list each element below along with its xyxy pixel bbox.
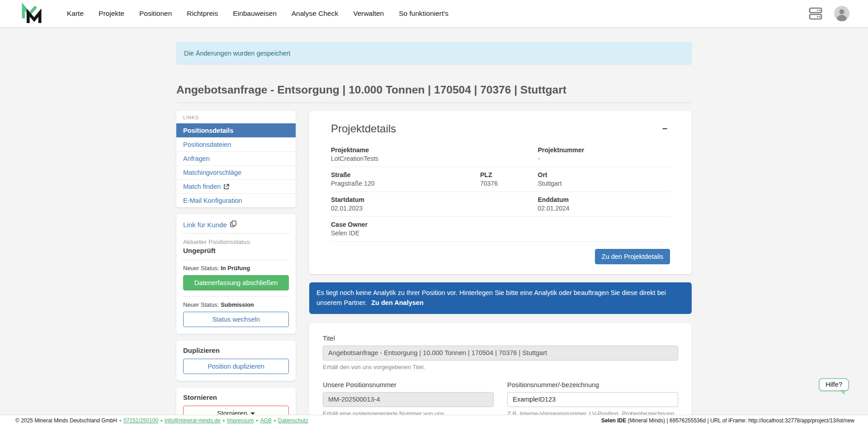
footer-separator: • bbox=[256, 417, 258, 424]
project-row-name: Projektname LotCreationTests Projektnumm… bbox=[331, 142, 670, 167]
custom-number-group: Positionsnummer/-bezeichnung Z.B. Intern… bbox=[507, 381, 678, 417]
nav-item-karte[interactable]: Karte bbox=[67, 9, 84, 18]
sidebar-item-positionsdetails[interactable]: Positionsdetails bbox=[176, 123, 296, 137]
customer-link-label: Link für Kunde bbox=[183, 221, 227, 229]
new-status-prefix: Neuer Status: bbox=[183, 265, 219, 272]
top-navigation-bar: Karte Projekte Positionen Richtpreis Ein… bbox=[0, 0, 868, 28]
status-card: Link für Kunde Aktueller Positionsstatus… bbox=[176, 214, 296, 334]
footer-separator: • bbox=[274, 417, 276, 424]
links-card-header: LINKS bbox=[176, 111, 296, 123]
sidebar-item-label: E-Mail Konfiguration bbox=[183, 197, 242, 204]
sidebar-item-label: Matchingvorschläge bbox=[183, 169, 241, 176]
user-avatar-icon[interactable] bbox=[834, 5, 850, 22]
copy-icon bbox=[230, 220, 236, 229]
new-status-prefix: Neuer Status: bbox=[183, 301, 219, 308]
help-button[interactable]: Hilfe? bbox=[819, 378, 849, 391]
field-value: 02.01.2024 bbox=[538, 205, 670, 212]
footer-user-name: Selen IDE bbox=[601, 417, 626, 424]
field-label: Straße bbox=[331, 171, 480, 178]
finish-data-entry-button[interactable]: Datenerfassung abschließen bbox=[183, 275, 289, 290]
title-field-label: Titel bbox=[323, 335, 678, 342]
main-nav: Karte Projekte Positionen Richtpreis Ein… bbox=[67, 9, 448, 18]
sidebar-item-label: Positionsdateien bbox=[183, 141, 231, 148]
footer-link-datenschutz[interactable]: Datenschutz bbox=[278, 417, 308, 424]
field-projektname: Projektname LotCreationTests bbox=[331, 146, 480, 162]
footer-session-info: Selen IDE (Mineral Minds) | 69576255536d… bbox=[601, 417, 854, 424]
footer-session-details: (Mineral Minds) | 69576255536d | URL of … bbox=[626, 417, 854, 424]
new-status-line-2: Neuer Status: Submission bbox=[183, 301, 289, 308]
customer-link[interactable]: Link für Kunde bbox=[183, 220, 289, 233]
field-enddatum: Enddatum 02.01.2024 bbox=[538, 196, 670, 212]
field-value: - bbox=[538, 155, 670, 162]
to-project-details-button[interactable]: Zu den Projektdetails bbox=[595, 249, 670, 264]
project-row-dates: Startdatum 02.01.2023 Enddatum 02.01.202… bbox=[331, 192, 670, 217]
page-title: Angebotsanfrage - Entsorgung | 10.000 To… bbox=[176, 84, 692, 103]
field-label: Projektname bbox=[331, 146, 480, 154]
divider bbox=[182, 260, 290, 260]
sidebar-item-matchingvorschlaege[interactable]: Matchingvorschläge bbox=[176, 165, 296, 179]
main-content: Projektdetails – Projektname LotCreation… bbox=[309, 111, 692, 426]
nav-item-positionen[interactable]: Positionen bbox=[139, 9, 172, 18]
nav-item-analyse-check[interactable]: Analyse Check bbox=[292, 9, 338, 18]
footer-link-email[interactable]: info@mineral-minds.de bbox=[165, 417, 221, 424]
footer-separator: • bbox=[160, 417, 162, 424]
save-success-alert: Die Änderungen wurden gespeichert bbox=[176, 42, 692, 65]
field-case-owner: Case Owner Selen IDE bbox=[331, 221, 480, 237]
footer-link-phone[interactable]: 07151/250100 bbox=[123, 417, 158, 424]
topbar-right bbox=[807, 5, 850, 22]
alert-text: Die Änderungen wurden gespeichert bbox=[184, 50, 290, 57]
analytics-banner-text: Es liegt noch keine Analytik zu Ihrer Po… bbox=[316, 289, 666, 306]
collapse-card-button[interactable]: – bbox=[660, 122, 670, 133]
footer-link-agb[interactable]: AGB bbox=[260, 417, 271, 424]
duplicate-card-heading: Duplizieren bbox=[183, 346, 289, 354]
to-analyses-link[interactable]: Zu den Analysen bbox=[371, 299, 423, 306]
project-row-address: Straße Pragstraße 120 PLZ 70376 Ort Stut… bbox=[331, 167, 670, 192]
duplicate-card: Duplizieren Position duplizieren bbox=[176, 341, 296, 381]
sidebar-item-anfragen[interactable]: Anfragen bbox=[176, 151, 296, 165]
title-field-helper: Erhält den von uns vorgegebenen Titel. bbox=[323, 364, 678, 370]
new-status-value: Submission bbox=[221, 301, 254, 308]
divider bbox=[182, 233, 290, 234]
footer: © 2025 Mineral Minds Deutschland GmbH • … bbox=[0, 415, 868, 426]
change-status-button[interactable]: Status wechseln bbox=[183, 312, 289, 327]
footer-copyright: © 2025 Mineral Minds Deutschland GmbH bbox=[15, 417, 117, 424]
nav-item-projekte[interactable]: Projekte bbox=[99, 9, 124, 18]
field-value: Pragstraße 120 bbox=[331, 180, 480, 187]
field-label: Case Owner bbox=[331, 221, 480, 228]
field-label: Ort bbox=[538, 171, 670, 178]
mineral-minds-logo-icon[interactable] bbox=[21, 3, 42, 24]
field-ort: Ort Stuttgart bbox=[538, 171, 670, 187]
sidebar-item-match-finden[interactable]: Match finden bbox=[176, 179, 296, 193]
field-label: Projektnummer bbox=[538, 146, 670, 154]
our-number-label: Unsere Positionsnummer bbox=[323, 381, 494, 389]
nav-item-einbauweisen[interactable]: Einbauweisen bbox=[233, 9, 277, 18]
links-card: LINKS Positionsdetails Positionsdateien … bbox=[176, 111, 296, 207]
external-link-icon bbox=[223, 184, 229, 190]
field-label: Enddatum bbox=[538, 196, 670, 203]
sidebar-item-label: Anfragen bbox=[183, 155, 210, 162]
field-value: Selen IDE bbox=[331, 229, 480, 237]
nav-item-so-funktionierts[interactable]: So funktioniert's bbox=[399, 9, 448, 18]
cancel-card-heading: Stornieren bbox=[183, 393, 289, 401]
field-label: PLZ bbox=[480, 171, 538, 178]
field-startdatum: Startdatum 02.01.2023 bbox=[331, 196, 480, 212]
duplicate-position-button[interactable]: Position duplizieren bbox=[183, 359, 289, 374]
custom-number-field[interactable] bbox=[507, 392, 678, 407]
nav-item-verwalten[interactable]: Verwalten bbox=[353, 9, 384, 18]
field-value: Stuttgart bbox=[538, 180, 670, 187]
server-stack-icon[interactable] bbox=[807, 7, 823, 20]
footer-link-impressum[interactable]: Impressum bbox=[227, 417, 254, 424]
field-projektnummer: Projektnummer - bbox=[538, 146, 670, 162]
our-number-field bbox=[323, 392, 494, 407]
project-row-owner: Case Owner Selen IDE bbox=[331, 217, 670, 242]
footer-separator: • bbox=[119, 417, 121, 424]
chevron-down-icon bbox=[250, 412, 255, 415]
project-details-card: Projektdetails – Projektname LotCreation… bbox=[309, 111, 692, 274]
footer-separator: • bbox=[223, 417, 225, 424]
field-strasse: Straße Pragstraße 120 bbox=[331, 171, 480, 187]
nav-item-richtpreis[interactable]: Richtpreis bbox=[187, 9, 218, 18]
new-status-value: In Prüfung bbox=[221, 265, 250, 272]
our-number-group: Unsere Positionsnummer Erhält eine syste… bbox=[323, 381, 494, 417]
sidebar-item-email-konfiguration[interactable]: E-Mail Konfiguration bbox=[176, 193, 296, 207]
sidebar-item-positionsdateien[interactable]: Positionsdateien bbox=[176, 137, 296, 151]
